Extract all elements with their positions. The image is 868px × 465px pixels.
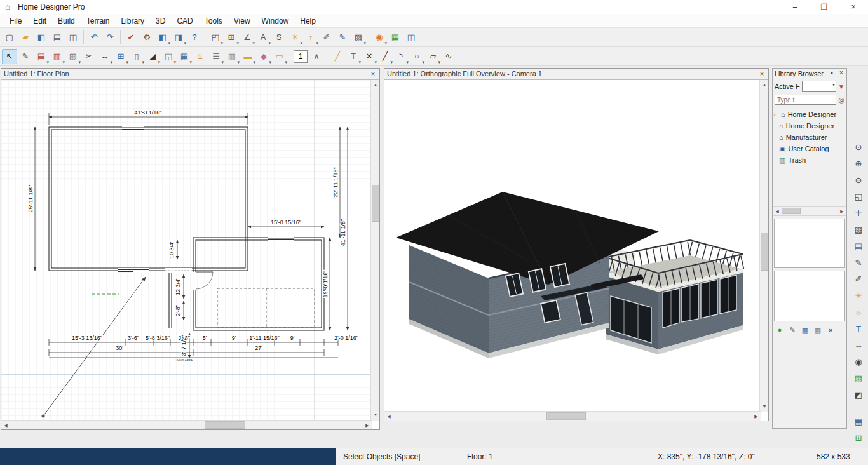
ceiling-tools-button[interactable]: ◱▾	[161, 49, 176, 64]
dimension-label[interactable]: 12 3/4"	[175, 278, 181, 295]
dimension-label[interactable]: 41'-3 1/16"	[135, 109, 162, 116]
roof-tools-button[interactable]: ◢▾	[145, 49, 160, 64]
minimize-button[interactable]: –	[780, 0, 810, 14]
library-item-trash[interactable]: ▥Trash	[773, 154, 846, 166]
dimension-label[interactable]: 25'-11 1/8"	[27, 185, 34, 212]
build-roof-strip-button[interactable]: ◩	[851, 387, 866, 402]
sketch-mode-button[interactable]: ✎	[18, 49, 33, 64]
library-search-input[interactable]	[775, 95, 836, 105]
dimension-label[interactable]: 15'-8 15/16"	[271, 219, 301, 226]
sun-angle-button[interactable]: ☼	[851, 304, 866, 320]
material-eyedropper-button[interactable]: ✐	[851, 271, 866, 286]
terrain-feature-button[interactable]: ◆▾	[256, 49, 271, 64]
menu-file[interactable]: File	[4, 15, 27, 27]
floor-plan-hscrollbar[interactable]: ◀ ▶	[1, 420, 372, 429]
create-camera-button[interactable]: ◉▾	[372, 30, 387, 45]
new-plan-button[interactable]: ▢	[2, 30, 17, 45]
draw-arc-button[interactable]: ◝▾	[393, 49, 409, 64]
door-tools-button[interactable]: ▯▾	[129, 49, 144, 64]
select-objects-button[interactable]: ↖	[2, 49, 17, 64]
project-browser-button[interactable]: ▦	[851, 414, 866, 429]
draw-spline-button[interactable]: ∿	[441, 49, 456, 64]
dimension-label[interactable]: 10 3/4"	[168, 241, 175, 259]
undo-button[interactable]: ↶	[86, 30, 102, 45]
library-item-home-designer[interactable]: ›⌂Home Designer	[773, 109, 846, 120]
library-item-manufacturer[interactable]: ⌂Manufacturer	[773, 131, 846, 143]
camera-window-title[interactable]: Untitled 1: Orthographic Full Overview -…	[384, 69, 768, 80]
display-eye-button[interactable]: ◉	[851, 354, 866, 369]
menu-build[interactable]: Build	[52, 15, 81, 27]
scroll-down-icon[interactable]: ▼	[371, 410, 380, 419]
railing-tools-button[interactable]: ▥▾	[224, 49, 240, 64]
scroll-right-icon[interactable]: ▶	[363, 421, 372, 430]
dimension-label[interactable]: 9'	[232, 335, 236, 341]
dimension-label[interactable]: 2'-0 1/16"	[334, 335, 358, 341]
panel-overflow-button[interactable]: »	[825, 325, 836, 335]
window-tools-button[interactable]: ⊞▾	[113, 49, 128, 64]
wall-tools-button[interactable]: ▤▾	[34, 49, 49, 64]
preferences-button[interactable]: ⚙	[139, 30, 154, 45]
open-plan-button[interactable]: ▰	[18, 30, 33, 45]
camera-hscrollbar[interactable]: ◀ ▶	[384, 411, 761, 421]
send-to-layout-button[interactable]: ◫	[403, 30, 419, 45]
library-item-home-designer[interactable]: ⌂Home Designer	[773, 120, 846, 131]
expander-icon[interactable]: ›	[773, 111, 778, 118]
library-item-user-catalog[interactable]: ▣User Catalog	[773, 143, 846, 154]
floor-plan-vscrollbar[interactable]: ▲ ▼	[370, 80, 379, 421]
edit-area-button[interactable]: ▧	[851, 222, 866, 237]
draw-line-button[interactable]: ╱▾	[377, 49, 393, 64]
scroll-thumb[interactable]	[372, 185, 379, 222]
floor-plan-canvas[interactable]: 41'-3 1/16" 25'-11 1/8" 22'-11 1/16" 41'…	[1, 80, 372, 421]
menu-cad[interactable]: CAD	[171, 15, 198, 27]
measure-tool-button[interactable]: ↔	[851, 337, 866, 353]
plan-check-button[interactable]: ✔	[123, 30, 139, 45]
rotate-tools-button[interactable]: ∠▾	[240, 30, 255, 45]
draw-box-button[interactable]: ▱▾	[425, 49, 440, 64]
adjust-lights-button[interactable]: ☀▾	[287, 30, 302, 45]
cabinet-tools-button[interactable]: ▥▾	[50, 49, 65, 64]
layer-display-options-button[interactable]: ▤	[851, 238, 866, 253]
export-picture-button[interactable]: ▦	[388, 30, 403, 45]
scroll-down-icon[interactable]: ▼	[760, 401, 769, 411]
cad-detail-button[interactable]: ⊞▾	[224, 30, 239, 45]
find-objects-button[interactable]: A▾	[255, 30, 271, 45]
current-floor-input[interactable]	[294, 50, 308, 63]
fill-window-button[interactable]: ◱	[851, 189, 866, 204]
library-painter-button[interactable]: ✎	[787, 325, 798, 335]
dimension-label[interactable]: 1'-11 15/16"	[249, 335, 279, 341]
auto-dimension-button[interactable]: ╱	[330, 49, 345, 64]
scroll-thumb[interactable]	[782, 208, 801, 214]
dimension-label[interactable]: 2'-8"	[175, 305, 181, 316]
menu-terrain[interactable]: Terrain	[81, 15, 116, 27]
dimension-label[interactable]: 15'-3 13/16"	[72, 335, 102, 341]
dimension-label[interactable]: 22'-11 1/16"	[332, 167, 339, 197]
close-button[interactable]: ×	[839, 0, 868, 14]
menu-tools[interactable]: Tools	[199, 15, 228, 27]
scroll-right-icon[interactable]: ▶	[837, 207, 846, 215]
terrain-tools-button[interactable]: ▨	[851, 370, 866, 386]
material-region-button[interactable]: ▧▾	[65, 49, 81, 64]
object-painter-button[interactable]: ✎	[851, 255, 866, 270]
menu-edit[interactable]: Edit	[27, 15, 52, 27]
dimension-label[interactable]: 5'	[203, 335, 207, 341]
dimension-label[interactable]: 9'	[290, 335, 295, 341]
dimension-tools-button[interactable]: ↔▾	[97, 49, 112, 64]
help-button[interactable]: ?	[187, 30, 202, 45]
furniture-tools-button[interactable]: ▭▾	[272, 49, 287, 64]
dimension-label[interactable]: 5'-8 3/16"	[146, 335, 170, 341]
zoom-tool-button[interactable]: ⊙	[851, 139, 866, 154]
wall-break-button[interactable]: ✂	[81, 49, 97, 64]
stair-tools-button[interactable]: ☰▾	[208, 49, 224, 64]
library-hscrollbar[interactable]: ◀ ▶	[773, 206, 846, 216]
swap-views-button[interactable]: ◨▾	[171, 30, 186, 45]
floor-plan-close-icon[interactable]: ×	[368, 69, 378, 79]
scroll-right-icon[interactable]: ▶	[752, 412, 761, 421]
active-filter-select[interactable]: ▾	[802, 81, 836, 92]
dimension-label[interactable]: 27'	[255, 345, 262, 351]
zoom-in-button[interactable]: ⊕	[851, 156, 866, 171]
menu-3d[interactable]: 3D	[150, 15, 171, 27]
camera-vscrollbar[interactable]: ▲ ▼	[759, 80, 768, 412]
text-annotation-button[interactable]: T	[851, 321, 866, 336]
panel-view-columns-button[interactable]: ▦	[799, 325, 811, 335]
floor-up-button[interactable]: ∧	[309, 49, 324, 64]
